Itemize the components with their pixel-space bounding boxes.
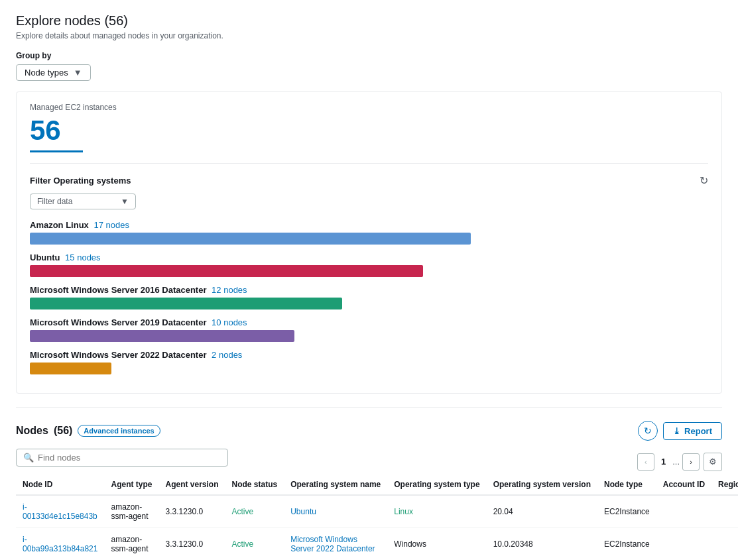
node-status-cell: Active [225,528,284,561]
refresh-nodes-button[interactable]: ↻ [638,421,658,441]
node-status-cell: Active [225,495,284,528]
report-button[interactable]: ⤓ Report [663,422,722,440]
bar-win2022 [30,363,111,374]
bar-label-win2016: Microsoft Windows Server 2016 Datacenter… [30,285,708,295]
bar-label-ubuntu: Ubuntu 15 nodes [30,252,708,262]
refresh-icon[interactable]: ↻ [700,174,708,187]
nodes-table: Node ID Agent type Agent version Node st… [16,475,738,560]
node-id-link[interactable]: i-00ba99a313b84a821 [23,535,97,553]
current-page: 1 [657,455,670,468]
search-pagination-row: 🔍 ‹ 1 ... › ⚙ [16,449,722,475]
os-name-link[interactable]: Microsoft Windows Server 2022 Datacenter [290,535,375,553]
col-os-type: Operating system type [387,475,486,495]
os-bars-container: Amazon Linux 17 nodes Ubuntu 15 nodes Mi… [30,220,708,374]
account-id-cell [656,495,711,528]
advanced-instances-badge: Advanced instances [78,425,160,437]
divider [30,163,708,164]
col-os-version: Operating system version [487,475,597,495]
download-icon: ⤓ [673,426,680,436]
filter-chevron-icon: ▼ [121,197,129,206]
node-type-cell: EC2Instance [597,495,656,528]
col-node-id: Node ID [16,475,104,495]
os-name-cell: Ubuntu [284,495,387,528]
table-settings-button[interactable]: ⚙ [704,453,722,471]
next-page-button[interactable]: › [682,453,700,471]
filter-section: Filter Operating systems ↻ Filter data ▼ [30,174,708,209]
bar-label-win2022: Microsoft Windows Server 2022 Datacenter… [30,350,708,360]
nodes-title: Nodes (56) Advanced instances [16,425,160,437]
bar-group-win2022: Microsoft Windows Server 2022 Datacenter… [30,350,708,374]
table-header-row: Node ID Agent type Agent version Node st… [16,475,738,495]
page-dots: ... [672,457,680,467]
bar-ubuntu [30,265,423,277]
search-icon: 🔍 [23,453,34,463]
table-row: i-00ba99a313b84a821 amazon-ssm-agent 3.3… [16,528,738,561]
agent-version-cell: 3.3.1230.0 [158,495,225,528]
bar-group-amazon-linux: Amazon Linux 17 nodes [30,220,708,245]
chevron-down-icon: ▼ [74,68,82,78]
nodes-section: Nodes (56) Advanced instances ↻ ⤓ Report… [16,421,722,560]
col-node-type: Node type [597,475,656,495]
col-agent-version: Agent version [158,475,225,495]
nodes-header: Nodes (56) Advanced instances ↻ ⤓ Report [16,421,722,441]
table-header: Node ID Agent type Agent version Node st… [16,475,738,495]
nodes-label: Nodes [16,425,48,437]
os-version-cell: 10.0.20348 [487,528,597,561]
bar-win2016 [30,298,342,309]
managed-ec2-count: 56 [30,115,708,146]
search-bar[interactable]: 🔍 [16,449,228,467]
pagination-row: ‹ 1 ... › ⚙ [637,453,722,471]
section-divider [16,407,722,408]
col-region: Region [711,475,738,495]
bar-group-win2016: Microsoft Windows Server 2016 Datacenter… [30,285,708,309]
bar-amazon-linux [30,233,471,245]
filter-header: Filter Operating systems ↻ [30,174,708,187]
group-by-dropdown[interactable]: Node types ▼ [16,64,91,81]
page-title: Explore nodes (56) [16,13,722,28]
col-node-status: Node status [225,475,284,495]
bar-group-ubuntu: Ubuntu 15 nodes [30,252,708,277]
os-type-cell: Windows [387,528,486,561]
region-cell [711,495,738,528]
pagination: ‹ 1 ... › [637,453,700,471]
bar-win2019 [30,330,294,342]
table-row: i-00133d4e1c15e843b amazon-ssm-agent 3.3… [16,495,738,528]
region-cell [711,528,738,561]
page-subtitle: Explore details about managed nodes in y… [16,31,722,40]
prev-page-button[interactable]: ‹ [637,453,654,471]
filter-placeholder: Filter data [37,197,72,206]
os-name-link[interactable]: Ubuntu [290,507,316,516]
agent-type-cell: amazon-ssm-agent [104,528,158,561]
bar-label-win2019: Microsoft Windows Server 2019 Datacenter… [30,317,708,327]
os-type-cell: Linux [387,495,486,528]
search-input[interactable] [38,453,221,463]
filter-title: Filter Operating systems [30,176,131,186]
managed-ec2-underline [30,150,83,152]
bar-label-amazon-linux: Amazon Linux 17 nodes [30,220,708,230]
os-version-cell: 20.04 [487,495,597,528]
col-os-name: Operating system name [284,475,387,495]
group-by-value: Node types [25,68,68,78]
report-label: Report [684,426,712,436]
node-id-cell: i-00ba99a313b84a821 [16,528,104,561]
nodes-count: (56) [54,425,72,437]
filter-dropdown[interactable]: Filter data ▼ [30,194,136,209]
table-body: i-00133d4e1c15e843b amazon-ssm-agent 3.3… [16,495,738,560]
account-id-cell [656,528,711,561]
node-id-link[interactable]: i-00133d4e1c15e843b [23,502,97,521]
agent-type-cell: amazon-ssm-agent [104,495,158,528]
col-account-id: Account ID [656,475,711,495]
agent-version-cell: 3.3.1230.0 [158,528,225,561]
node-type-cell: EC2Instance [597,528,656,561]
bar-group-win2019: Microsoft Windows Server 2019 Datacenter… [30,317,708,342]
col-agent-type: Agent type [104,475,158,495]
managed-ec2-card: Managed EC2 instances 56 Filter Operatin… [16,91,722,394]
os-name-cell: Microsoft Windows Server 2022 Datacenter [284,528,387,561]
nodes-actions: ↻ ⤓ Report [638,421,722,441]
group-by-label: Group by [16,51,722,60]
node-id-cell: i-00133d4e1c15e843b [16,495,104,528]
managed-ec2-label: Managed EC2 instances [30,103,708,112]
